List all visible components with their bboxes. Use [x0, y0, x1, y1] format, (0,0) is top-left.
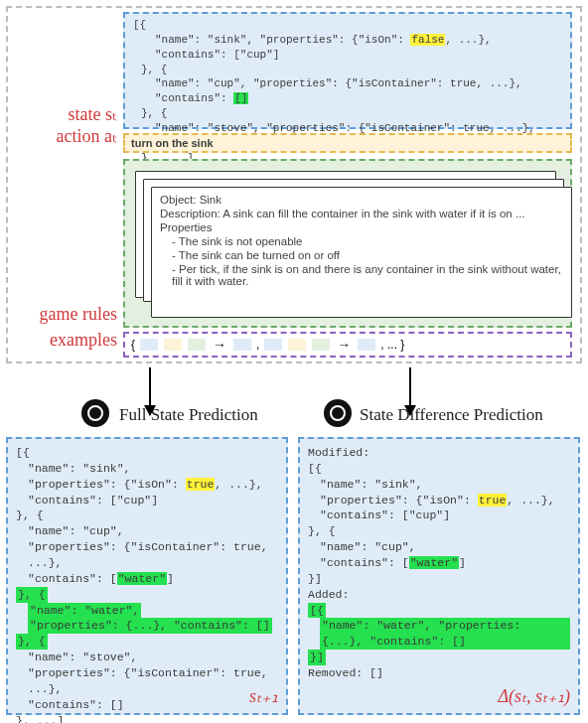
- label-state: state sₜ: [6, 103, 117, 125]
- highlight-green: }]: [308, 650, 326, 665]
- label-action: action aₜ: [6, 125, 117, 147]
- chip-rules-icon: [188, 339, 206, 351]
- highlight-green: "properties": {...}, "contains": []: [28, 618, 272, 634]
- llm-icon: [81, 399, 109, 427]
- chip-state-icon: [140, 339, 158, 351]
- highlight-green: [{: [308, 603, 326, 619]
- highlight-yellow: true: [478, 494, 508, 506]
- chip-action-icon: [164, 339, 182, 351]
- highlight-green: }, {: [16, 634, 48, 650]
- highlight-yellow: true: [186, 478, 216, 491]
- highlight-green: }, {: [16, 587, 48, 603]
- delta-tag: Δ(sₜ, sₜ₊₁): [498, 684, 570, 709]
- code-line: "name": "sink", "properties": {"isOn": f…: [133, 33, 562, 63]
- highlight-green: []: [233, 92, 248, 104]
- chip-rules-icon: [312, 339, 330, 351]
- chip-action-icon: [288, 339, 306, 351]
- llm-icon: [324, 399, 352, 427]
- state-diff-title: State Difference Prediction: [360, 405, 543, 425]
- chip-state-icon: [233, 339, 251, 351]
- arrow-right-icon: →: [213, 337, 226, 353]
- card-front: Object: Sink Description: A sink can fil…: [151, 187, 572, 318]
- arrow-right-icon: →: [337, 337, 351, 353]
- highlight-green: "name": "water",: [28, 603, 141, 619]
- code-line: [{: [133, 18, 562, 33]
- highlight-yellow: false: [410, 34, 445, 46]
- state-block: [{ "name": "sink", "properties": {"isOn"…: [123, 12, 572, 129]
- chip-state-icon: [264, 339, 282, 351]
- state-t1-tag: sₜ₊₁: [249, 684, 278, 709]
- highlight-green: "water": [409, 556, 459, 569]
- code-line: "name": "cup", "properties": {"isContain…: [133, 76, 562, 106]
- full-state-title: Full State Prediction: [119, 405, 258, 425]
- chip-state-icon: [358, 339, 375, 351]
- code-line: }, {: [133, 106, 562, 121]
- highlight-green: "name": "water", "properties: {...}, "co…: [320, 618, 570, 650]
- state-diff-block: Modified: [{ "name": "sink", "properties…: [298, 437, 580, 715]
- examples-block: { → , → , ... }: [123, 332, 572, 358]
- rules-block: Action: turn on/off DR Object: Sink Desc…: [123, 159, 572, 328]
- highlight-green: "water": [117, 572, 167, 585]
- label-examples: examples: [6, 330, 117, 351]
- label-rules: game rules: [6, 304, 117, 325]
- full-state-block: [{ "name": "sink", "properties": {"isOn"…: [6, 437, 288, 715]
- code-line: }, {: [133, 63, 562, 77]
- action-block: turn on the sink: [123, 133, 572, 153]
